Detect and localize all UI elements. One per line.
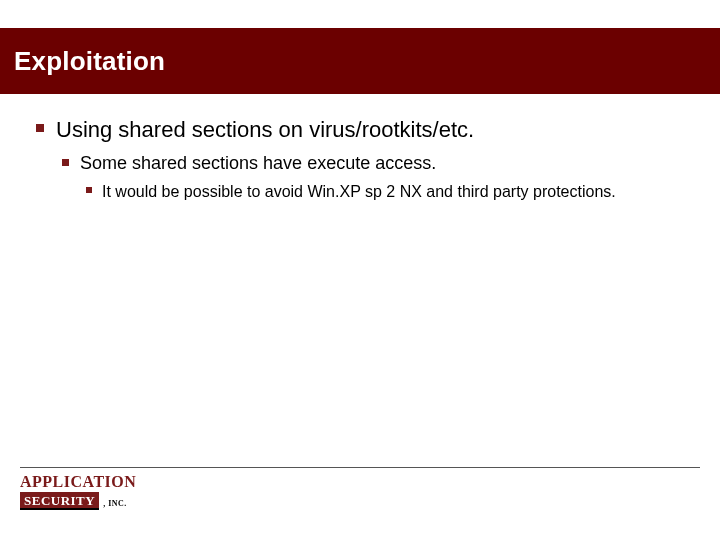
slide-title: Exploitation <box>14 46 165 77</box>
logo-text-inc: , INC. <box>103 499 127 510</box>
logo-text-security: SECURITY <box>20 492 99 510</box>
bullet-list-lvl3: It would be possible to avoid Win.XP sp … <box>80 181 700 203</box>
list-item: Some shared sections have execute access… <box>56 152 700 203</box>
logo-row: SECURITY , INC. <box>20 492 140 510</box>
footer-logo: APPLICATION SECURITY , INC. <box>20 474 140 522</box>
logo-text-application: APPLICATION <box>20 474 140 490</box>
bullet-list-lvl1: Using shared sections on virus/rootkits/… <box>30 116 700 202</box>
title-band: Exploitation <box>0 28 720 94</box>
bullet-list-lvl2: Some shared sections have execute access… <box>56 152 700 203</box>
bullet-text-lvl3: It would be possible to avoid Win.XP sp … <box>102 183 616 200</box>
list-item: Using shared sections on virus/rootkits/… <box>30 116 700 202</box>
bullet-text-lvl1: Using shared sections on virus/rootkits/… <box>56 117 474 142</box>
footer-divider <box>20 467 700 468</box>
bullet-text-lvl2: Some shared sections have execute access… <box>80 153 436 173</box>
slide: Exploitation Using shared sections on vi… <box>0 0 720 540</box>
content-area: Using shared sections on virus/rootkits/… <box>30 116 700 208</box>
list-item: It would be possible to avoid Win.XP sp … <box>80 181 662 203</box>
